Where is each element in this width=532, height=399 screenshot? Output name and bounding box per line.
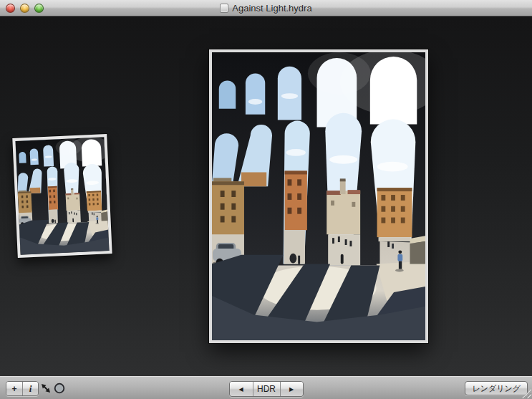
bottom-toolbar: + i ◀ HDR ▶ レンダリング xyxy=(0,375,532,399)
aqueduct-main-image xyxy=(212,52,425,340)
photo-main-preview[interactable] xyxy=(209,49,428,343)
next-image-button[interactable]: ▶ xyxy=(280,382,303,396)
window-controls xyxy=(0,4,44,13)
photo-thumbnail[interactable] xyxy=(12,134,112,258)
diagonal-resize-icon[interactable] xyxy=(40,383,52,394)
zoom-button[interactable] xyxy=(34,4,44,13)
render-button[interactable]: レンダリング xyxy=(465,381,528,395)
hdr-mode-button[interactable]: HDR xyxy=(253,382,280,396)
editor-canvas xyxy=(0,16,532,375)
aqueduct-thumbnail-image xyxy=(15,137,109,254)
close-button[interactable] xyxy=(6,4,15,13)
title-bar[interactable]: Against Light.hydra xyxy=(0,0,532,16)
previous-image-button[interactable]: ◀ xyxy=(230,382,253,396)
document-proxy-icon xyxy=(220,4,228,13)
info-button[interactable]: i xyxy=(22,382,38,395)
add-info-button-group: + i xyxy=(6,381,39,396)
hdr-nav-control: ◀ HDR ▶ xyxy=(229,381,304,397)
circle-loupe-icon[interactable] xyxy=(54,383,65,394)
window-title: Against Light.hydra xyxy=(232,3,311,14)
app-window: Against Light.hydra xyxy=(0,0,532,399)
add-button[interactable]: + xyxy=(6,382,22,395)
minimize-button[interactable] xyxy=(20,4,29,13)
